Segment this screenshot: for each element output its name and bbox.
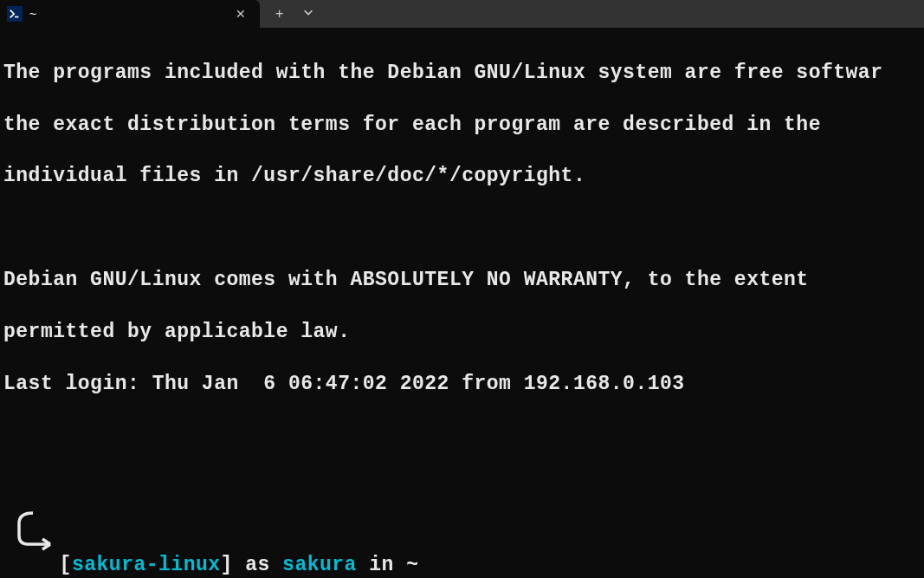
powershell-icon xyxy=(7,6,23,22)
motd-line: the exact distribution terms for each pr… xyxy=(3,113,921,139)
titlebar: ~ ✕ + xyxy=(0,0,924,28)
prompt-in: in xyxy=(357,554,406,576)
blank-line xyxy=(3,423,921,449)
tab-active[interactable]: ~ ✕ xyxy=(0,0,260,28)
prompt-line-1: [sakura-linux] as sakura in ~ xyxy=(3,501,921,578)
blank-line xyxy=(3,216,921,242)
terminal-output[interactable]: The programs included with the Debian GN… xyxy=(0,28,924,578)
bracket: ] xyxy=(221,554,233,576)
tab-title: ~ xyxy=(29,7,36,21)
dropdown-icon[interactable] xyxy=(302,6,314,22)
motd-line: The programs included with the Debian GN… xyxy=(3,61,921,87)
prompt-user: sakura xyxy=(282,554,357,576)
motd-line: permitted by applicable law. xyxy=(3,320,921,346)
new-tab-icon[interactable]: + xyxy=(275,6,283,22)
prompt-as: as xyxy=(233,554,282,576)
motd-line: individual files in /usr/share/doc/*/cop… xyxy=(3,164,921,190)
close-icon[interactable]: ✕ xyxy=(230,5,251,23)
last-login: Last login: Thu Jan 6 06:47:02 2022 from… xyxy=(3,372,921,398)
prompt-host: sakura-linux xyxy=(72,554,221,576)
motd-line: Debian GNU/Linux comes with ABSOLUTELY N… xyxy=(3,268,921,294)
prompt-cwd: ~ xyxy=(406,554,418,576)
